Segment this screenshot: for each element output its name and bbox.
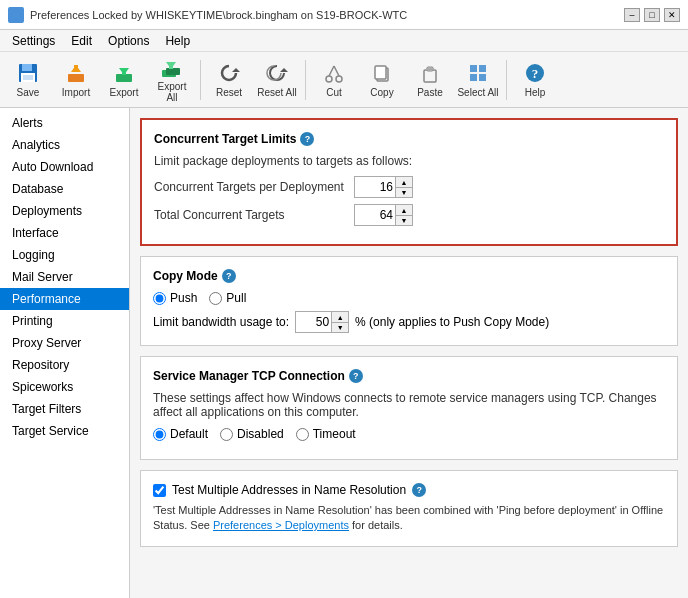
svg-rect-4: [68, 74, 84, 82]
sidebar-item-auto-download[interactable]: Auto Download: [0, 156, 129, 178]
name-resolution-checkbox-row: Test Multiple Addresses in Name Resoluti…: [153, 483, 665, 497]
name-resolution-checkbox[interactable]: [153, 484, 166, 497]
tcp-connection-description: These settings affect how Windows connec…: [153, 391, 665, 419]
name-resolution-help-icon[interactable]: ?: [412, 483, 426, 497]
concurrent-per-deployment-label: Concurrent Targets per Deployment: [154, 180, 354, 194]
sidebar-item-interface[interactable]: Interface: [0, 222, 129, 244]
separator-1: [200, 60, 201, 100]
copy-mode-help-icon[interactable]: ?: [222, 269, 236, 283]
svg-rect-25: [470, 65, 477, 72]
reset-all-icon: [265, 61, 289, 85]
tcp-connection-help-icon[interactable]: ?: [349, 369, 363, 383]
sidebar-item-spiceworks[interactable]: Spiceworks: [0, 376, 129, 398]
sidebar: Alerts Analytics Auto Download Database …: [0, 108, 130, 598]
bandwidth-row: Limit bandwidth usage to: ▲ ▼ % (only ap…: [153, 311, 665, 333]
svg-rect-11: [166, 68, 180, 75]
menu-edit[interactable]: Edit: [63, 32, 100, 50]
total-concurrent-input[interactable]: [355, 205, 395, 225]
bandwidth-input[interactable]: [296, 312, 331, 332]
minimize-button[interactable]: –: [624, 8, 640, 22]
export-button[interactable]: Export: [102, 57, 146, 103]
paste-button[interactable]: Paste: [408, 57, 452, 103]
name-resolution-panel: Test Multiple Addresses in Name Resoluti…: [140, 470, 678, 547]
import-button[interactable]: Import: [54, 57, 98, 103]
import-label: Import: [62, 87, 90, 98]
menu-bar: Settings Edit Options Help: [0, 30, 688, 52]
app-icon: [8, 7, 24, 23]
concurrent-targets-description: Limit package deployments to targets as …: [154, 154, 664, 168]
sidebar-item-deployments[interactable]: Deployments: [0, 200, 129, 222]
menu-settings[interactable]: Settings: [4, 32, 63, 50]
copy-button[interactable]: Copy: [360, 57, 404, 103]
sidebar-item-repository[interactable]: Repository: [0, 354, 129, 376]
close-button[interactable]: ✕: [664, 8, 680, 22]
help-button[interactable]: ? Help: [513, 57, 557, 103]
help-icon: ?: [523, 61, 547, 85]
copy-mode-push-radio[interactable]: [153, 292, 166, 305]
svg-marker-15: [280, 68, 288, 72]
bandwidth-suffix: % (only applies to Push Copy Mode): [355, 315, 549, 329]
bandwidth-down[interactable]: ▼: [332, 322, 348, 332]
separator-2: [305, 60, 306, 100]
sidebar-item-target-service[interactable]: Target Service: [0, 420, 129, 442]
svg-point-17: [336, 76, 342, 82]
save-button[interactable]: Save: [6, 57, 50, 103]
total-concurrent-row: Total Concurrent Targets ▲ ▼: [154, 204, 664, 226]
concurrent-per-deployment-spinbox[interactable]: ▲ ▼: [354, 176, 413, 198]
reset-all-label: Reset All: [257, 87, 296, 98]
cut-button[interactable]: Cut: [312, 57, 356, 103]
export-all-button[interactable]: Export All: [150, 57, 194, 103]
concurrent-per-deployment-input[interactable]: [355, 177, 395, 197]
concurrent-targets-help-icon[interactable]: ?: [300, 132, 314, 146]
window-title: Preferences Locked by WHISKEYTIME\brock.…: [30, 9, 407, 21]
content-area: Concurrent Target Limits ? Limit package…: [130, 108, 688, 598]
bandwidth-spinbox[interactable]: ▲ ▼: [295, 311, 349, 333]
total-concurrent-spinbox[interactable]: ▲ ▼: [354, 204, 413, 226]
tcp-disabled-option[interactable]: Disabled: [220, 427, 284, 441]
tcp-timeout-option[interactable]: Timeout: [296, 427, 356, 441]
select-all-button[interactable]: Select All: [456, 57, 500, 103]
svg-rect-28: [479, 74, 486, 81]
copy-mode-pull-option[interactable]: Pull: [209, 291, 246, 305]
sidebar-item-database[interactable]: Database: [0, 178, 129, 200]
menu-help[interactable]: Help: [157, 32, 198, 50]
copy-mode-title: Copy Mode ?: [153, 269, 665, 283]
save-label: Save: [17, 87, 40, 98]
help-label: Help: [525, 87, 546, 98]
sidebar-item-mail-server[interactable]: Mail Server: [0, 266, 129, 288]
preferences-deployments-link[interactable]: Preferences > Deployments: [213, 519, 349, 531]
sidebar-item-alerts[interactable]: Alerts: [0, 112, 129, 134]
tcp-default-option[interactable]: Default: [153, 427, 208, 441]
concurrent-targets-title: Concurrent Target Limits ?: [154, 132, 664, 146]
concurrent-per-deployment-down[interactable]: ▼: [396, 187, 412, 197]
tcp-disabled-radio[interactable]: [220, 428, 233, 441]
sidebar-item-printing[interactable]: Printing: [0, 310, 129, 332]
sidebar-item-logging[interactable]: Logging: [0, 244, 129, 266]
export-label: Export: [110, 87, 139, 98]
reset-button[interactable]: Reset: [207, 57, 251, 103]
svg-marker-14: [232, 68, 240, 72]
select-all-icon: [466, 61, 490, 85]
paste-icon: [418, 61, 442, 85]
tcp-default-radio[interactable]: [153, 428, 166, 441]
copy-mode-pull-radio[interactable]: [209, 292, 222, 305]
reset-all-button[interactable]: Reset All: [255, 57, 299, 103]
name-resolution-note: 'Test Multiple Addresses in Name Resolut…: [153, 503, 665, 534]
copy-mode-push-option[interactable]: Push: [153, 291, 197, 305]
sidebar-item-proxy-server[interactable]: Proxy Server: [0, 332, 129, 354]
sidebar-item-analytics[interactable]: Analytics: [0, 134, 129, 156]
total-concurrent-up[interactable]: ▲: [396, 205, 412, 215]
total-concurrent-buttons: ▲ ▼: [395, 205, 412, 225]
save-icon: [16, 61, 40, 85]
svg-rect-21: [375, 66, 386, 79]
menu-options[interactable]: Options: [100, 32, 157, 50]
window-controls: – □ ✕: [624, 8, 680, 22]
sidebar-item-target-filters[interactable]: Target Filters: [0, 398, 129, 420]
concurrent-per-deployment-up[interactable]: ▲: [396, 177, 412, 187]
sidebar-item-performance[interactable]: Performance: [0, 288, 129, 310]
maximize-button[interactable]: □: [644, 8, 660, 22]
tcp-timeout-radio[interactable]: [296, 428, 309, 441]
copy-mode-radio-row: Push Pull: [153, 291, 665, 305]
total-concurrent-down[interactable]: ▼: [396, 215, 412, 225]
bandwidth-up[interactable]: ▲: [332, 312, 348, 322]
